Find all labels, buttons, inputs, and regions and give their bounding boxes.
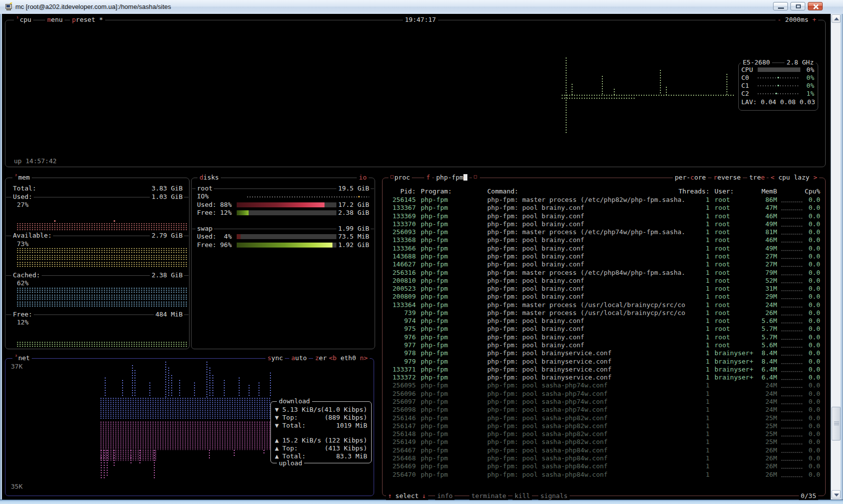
process-row[interactable]: 739php-fpmphp-fpm: master process (/usr/… <box>385 309 824 317</box>
net-sync-button[interactable]: sync <box>265 354 285 362</box>
process-row[interactable]: 200523php-fpmphp-fpm: pool brainy.conf1r… <box>385 285 824 293</box>
net-auto-button[interactable]: auto <box>289 354 309 362</box>
refresh-increase[interactable]: + <box>812 16 816 23</box>
process-row[interactable]: 133364php-fpmphp-fpm: master process (/u… <box>385 301 824 309</box>
graph-band <box>16 254 187 260</box>
process-row[interactable]: 256095php-fpmphp-fpm: pool sasha-php74w.… <box>385 381 824 389</box>
process-row[interactable]: 256316php-fpmphp-fpm: master process (/e… <box>385 269 824 277</box>
program-cell: php-fpm <box>421 236 448 244</box>
signals-action[interactable]: signals <box>538 492 570 500</box>
tab-net[interactable]: ³net <box>12 354 32 362</box>
process-row[interactable]: 133371php-fpmphp-fpm: pool brainyservice… <box>385 366 824 374</box>
leader-dots <box>781 403 802 404</box>
titlebar[interactable]: mc [root@a202.itdeveloper.com.ua]:/home/… <box>0 0 843 14</box>
meter-label-c0: C0 <box>740 74 751 82</box>
tab-proc[interactable]: □proc <box>389 174 412 182</box>
pid-cell: 133370 <box>385 220 416 228</box>
info-action[interactable]: info <box>435 492 454 500</box>
sort-prev[interactable]: < <box>771 174 775 181</box>
program-cell: php-fpm <box>421 398 448 406</box>
threads-cell: 1 <box>682 220 710 228</box>
process-row[interactable]: 256096php-fpmphp-fpm: pool sasha-php74w.… <box>385 390 824 398</box>
minimize-button[interactable] <box>773 2 788 10</box>
iface-prev[interactable]: <b <box>329 354 337 362</box>
process-row[interactable]: 256093php-fpmphp-fpm: master process (/e… <box>385 228 824 236</box>
tab-mem[interactable]: ²mem <box>12 174 32 182</box>
filter-input[interactable]: php-fpm <box>434 174 469 182</box>
program-cell: php-fpm <box>421 333 448 341</box>
select-control[interactable]: ↑select↓ <box>386 492 428 500</box>
process-row[interactable]: 256468php-fpmphp-fpm: pool sasha-php84w.… <box>385 454 824 462</box>
process-row[interactable]: 256148php-fpmphp-fpm: pool sasha-php82w.… <box>385 430 824 438</box>
mem-cell: 86M <box>738 196 777 204</box>
leader-dots <box>781 468 802 469</box>
process-row[interactable]: 256147php-fpmphp-fpm: pool sasha-php82w.… <box>385 422 824 430</box>
net-interface-selector[interactable]: <b eth0 n> <box>327 354 370 362</box>
sort-next[interactable]: > <box>813 174 817 181</box>
preset-button[interactable]: preset * <box>70 16 105 24</box>
disk-swap-free-label: Free: <box>195 241 218 249</box>
graph-band <box>16 223 187 230</box>
process-row[interactable]: 256097php-fpmphp-fpm: pool sasha-php74w.… <box>385 398 824 406</box>
download-top-value: (889 Kibps) <box>323 414 369 422</box>
graph-dot <box>114 220 115 222</box>
filter-clear-button[interactable]: □ <box>472 174 480 182</box>
refresh-control[interactable]: - 2000ms + <box>776 16 818 24</box>
process-row[interactable]: 146627php-fpmphp-fpm: pool brainy.conf1r… <box>385 260 824 268</box>
menu-button[interactable]: menu <box>45 16 65 24</box>
threads-cell: 1 <box>682 212 710 220</box>
mem-cell: 25M <box>738 430 777 438</box>
cpu-frequency: 2.8 GHz <box>784 59 816 66</box>
process-row[interactable]: 975php-fpmphp-fpm: pool brainy.conf1root… <box>385 325 824 333</box>
scrollbar-thumb[interactable] <box>832 407 841 441</box>
threads-cell: 1 <box>682 358 710 366</box>
refresh-decrease[interactable]: - <box>778 16 781 23</box>
scrollbar[interactable] <box>831 14 841 500</box>
mem-cell: 47M <box>738 204 777 212</box>
tab-disks[interactable]: disks <box>197 174 221 182</box>
sort-selector[interactable]: < cpu lazy > <box>769 174 819 182</box>
maximize-button[interactable] <box>790 2 805 10</box>
pid-cell: 133366 <box>385 245 416 252</box>
close-button[interactable] <box>808 2 823 10</box>
process-row[interactable]: 133366php-fpmphp-fpm: pool brainy.conf1r… <box>385 245 824 252</box>
pid-cell: 256468 <box>385 454 416 462</box>
percore-toggle[interactable]: per-core <box>673 174 708 182</box>
leader-dots <box>781 274 802 275</box>
process-row[interactable]: 256469php-fpmphp-fpm: pool sasha-php84w.… <box>385 462 824 470</box>
process-row[interactable]: 133372php-fpmphp-fpm: pool brainyservice… <box>385 374 824 381</box>
process-row[interactable]: 256145php-fpmphp-fpm: master process (/e… <box>385 196 824 204</box>
scroll-down-button[interactable] <box>832 490 841 499</box>
tree-toggle[interactable]: tree <box>747 174 767 182</box>
process-row[interactable]: 133369php-fpmphp-fpm: pool brainy.conf1r… <box>385 212 824 220</box>
process-row[interactable]: 256467php-fpmphp-fpm: pool sasha-php84w.… <box>385 446 824 454</box>
iface-next[interactable]: n> <box>360 354 368 362</box>
process-row[interactable]: 256149php-fpmphp-fpm: pool sasha-php82w.… <box>385 438 824 446</box>
tab-cpu[interactable]: ¹cpu <box>14 16 33 24</box>
process-row[interactable]: 256098php-fpmphp-fpm: pool sasha-php74w.… <box>385 406 824 414</box>
process-row[interactable]: 133370php-fpmphp-fpm: pool brainy.conf1r… <box>385 220 824 228</box>
process-row[interactable]: 977php-fpmphp-fpm: pool brainy.conf1root… <box>385 341 824 349</box>
process-row[interactable]: 974php-fpmphp-fpm: pool brainy.conf1root… <box>385 317 824 325</box>
process-row[interactable]: 256470php-fpmphp-fpm: pool sasha-php84w.… <box>385 471 824 479</box>
process-row[interactable]: 976php-fpmphp-fpm: pool brainy.conf1root… <box>385 333 824 341</box>
process-row[interactable]: 143688php-fpmphp-fpm: pool brainy.conf1r… <box>385 252 824 260</box>
process-row[interactable]: 979php-fpmphp-fpm: pool brainyservice.co… <box>385 358 824 366</box>
reverse-toggle[interactable]: reverse <box>712 174 743 182</box>
kill-action[interactable]: kill <box>513 492 532 500</box>
pid-cell: 976 <box>385 333 416 341</box>
disk-swap-used-value: 73.5 MiB <box>336 233 371 241</box>
graph-spike <box>206 362 207 397</box>
process-row[interactable]: 978php-fpmphp-fpm: pool brainyservice.co… <box>385 349 824 357</box>
process-row[interactable]: 133367php-fpmphp-fpm: pool brainy.conf1r… <box>385 204 824 212</box>
process-row[interactable]: 256146php-fpmphp-fpm: pool sasha-php82w.… <box>385 414 824 422</box>
scroll-up-button[interactable] <box>832 14 841 23</box>
process-row[interactable]: 200809php-fpmphp-fpm: pool brainy.conf1r… <box>385 293 824 301</box>
process-row[interactable]: 200810php-fpmphp-fpm: pool brainy.conf1r… <box>385 277 824 285</box>
tab-io[interactable]: io <box>357 174 369 182</box>
terminate-action[interactable]: terminate <box>469 492 508 500</box>
filter-key[interactable]: f <box>424 174 432 182</box>
process-row[interactable]: 133368php-fpmphp-fpm: pool brainy.conf1r… <box>385 236 824 244</box>
leader-dots <box>781 395 802 396</box>
graph-spike <box>168 368 169 397</box>
